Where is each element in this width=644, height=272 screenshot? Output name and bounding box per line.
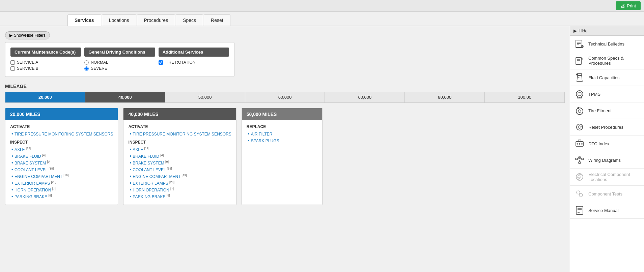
tab-services[interactable]: Services xyxy=(67,14,101,26)
checkbox-tire-rotation[interactable] xyxy=(159,60,163,65)
print-button[interactable]: 🖨 Print xyxy=(616,1,641,10)
svg-point-25 xyxy=(581,143,583,145)
filters-panel: Current Maintenance Code(s) SERVICE A SE… xyxy=(5,42,234,77)
link-exterior-lamps-20000[interactable]: EXTERIOR LAMPS [20] xyxy=(15,180,56,186)
link-coolant-20000[interactable]: COOLANT LEVEL [18] xyxy=(15,167,54,172)
filter-header-maintenance[interactable]: Current Maintenance Code(s) xyxy=(10,48,81,57)
card-header-20000: 20,000 MILES xyxy=(5,108,118,120)
manual-icon xyxy=(574,206,585,215)
svg-point-23 xyxy=(577,143,578,145)
sidebar-item-service-manual[interactable]: Service Manual xyxy=(570,202,644,219)
main-content: ▶ Show/Hide Filters Current Maintenance … xyxy=(0,26,570,272)
card-20000: 20,000 MILES ACTIVATE • TIRE PRESSURE MO… xyxy=(5,108,118,205)
sidebar-item-tire-fitment[interactable]: Tire Fitment xyxy=(570,102,644,119)
svg-rect-31 xyxy=(579,162,581,163)
svg-point-21 xyxy=(578,126,581,128)
card-body-20000: ACTIVATE • TIRE PRESSURE MONITORING SYST… xyxy=(5,120,118,205)
sidebar-item-reset-procedures[interactable]: Reset Procedures xyxy=(570,119,644,135)
bullet-icon: • xyxy=(130,174,131,179)
item-exterior-lamps-40000: • EXTERIOR LAMPS [20] xyxy=(128,180,231,186)
mileage-60000b[interactable]: 60,000 xyxy=(325,92,405,102)
link-air-filter-50000[interactable]: AIR FILTER xyxy=(251,132,273,137)
mileage-60000a[interactable]: 60,000 xyxy=(245,92,325,102)
sidebar-item-tpms[interactable]: TPMS xyxy=(570,86,644,102)
link-brake-fluid-40000[interactable]: BRAKE FLUID [4] xyxy=(133,153,164,159)
sidebar-label-technical-bulletins: Technical Bulletins xyxy=(588,41,624,47)
cards-area: 20,000 MILES ACTIVATE • TIRE PRESSURE MO… xyxy=(5,108,565,205)
filter-header-additional[interactable]: Additional Services xyxy=(159,48,229,57)
mileage-50000[interactable]: 50,000 xyxy=(165,92,245,102)
mileage-label: MILEAGE xyxy=(5,84,565,89)
sidebar-item-technical-bulletins[interactable]: TSB Technical Bulletins xyxy=(570,36,644,52)
bullet-icon: • xyxy=(130,194,131,199)
sidebar-item-dtc-index[interactable]: DTC Index xyxy=(570,135,644,152)
sidebar-label-dtc-index: DTC Index xyxy=(588,141,609,146)
link-brake-fluid-20000[interactable]: BRAKE FLUID [4] xyxy=(15,153,46,159)
filter-option-service-b: SERVICE B xyxy=(10,65,81,71)
link-tpms-sensors-40000[interactable]: TIRE PRESSURE MONITORING SYSTEM SENSORS xyxy=(133,132,231,137)
item-air-filter-50000: • AIR FILTER xyxy=(247,131,317,137)
item-exterior-lamps-20000: • EXTERIOR LAMPS [20] xyxy=(10,180,113,186)
link-engine-comp-40000[interactable]: ENGINE COMPARTMENT [19] xyxy=(133,174,187,179)
tab-locations[interactable]: Locations xyxy=(102,14,136,26)
mileage-40000[interactable]: 40,000 xyxy=(85,92,165,102)
svg-point-24 xyxy=(579,143,580,145)
fluid-icon xyxy=(574,73,585,82)
link-parking-brake-20000[interactable]: PARKING BRAKE [8] xyxy=(15,194,52,199)
filter-header-driving[interactable]: General Driving Conditions xyxy=(84,48,155,57)
item-engine-comp-20000: • ENGINE COMPARTMENT [19] xyxy=(10,174,113,179)
item-brake-system-40000: • BRAKE SYSTEM [9] xyxy=(128,160,231,165)
bullet-icon: • xyxy=(11,131,13,137)
bullet-icon: • xyxy=(130,131,131,137)
tab-procedures[interactable]: Procedures xyxy=(137,14,175,26)
section-title-activate-40000: ACTIVATE xyxy=(128,124,231,129)
filter-toggle-icon: ▶ xyxy=(9,33,12,38)
tab-specs[interactable]: Specs xyxy=(176,14,203,26)
link-axle-20000[interactable]: AXLE [17] xyxy=(15,147,31,152)
sidebar-label-component-tests: Component Tests xyxy=(588,191,622,197)
sidebar-label-tire-fitment: Tire Fitment xyxy=(588,108,612,113)
tab-reset[interactable]: Reset xyxy=(204,14,230,26)
link-engine-comp-20000[interactable]: ENGINE COMPARTMENT [19] xyxy=(15,174,68,179)
sidebar-item-common-specs[interactable]: Common Specs & Procedures xyxy=(570,52,644,69)
sidebar-item-fluid-capacities[interactable]: Fluid Capacities xyxy=(570,69,644,86)
link-exterior-lamps-40000[interactable]: EXTERIOR LAMPS [20] xyxy=(133,180,174,186)
item-axle-40000: • AXLE [17] xyxy=(128,147,231,152)
svg-marker-20 xyxy=(581,125,583,127)
link-horn-20000[interactable]: HORN OPERATION [7] xyxy=(15,187,56,192)
section-title-inspect-40000: INSPECT xyxy=(128,140,231,145)
bullet-icon: • xyxy=(11,167,13,172)
link-axle-40000[interactable]: AXLE [17] xyxy=(133,147,149,152)
sidebar-label-wiring-diagrams: Wiring Diagrams xyxy=(588,158,621,163)
filter-toggle-button[interactable]: ▶ Show/Hide Filters xyxy=(5,31,50,39)
mileage-20000[interactable]: 20,000 xyxy=(5,92,85,102)
link-brake-system-40000[interactable]: BRAKE SYSTEM [9] xyxy=(133,160,169,165)
link-horn-40000[interactable]: HORN OPERATION [7] xyxy=(133,187,174,192)
checkbox-service-a[interactable] xyxy=(10,60,15,65)
link-tpms-sensors-20000[interactable]: TIRE PRESSURE MONITORING SYSTEM SENSORS xyxy=(15,132,113,137)
svg-text:TSB: TSB xyxy=(582,46,585,48)
mileage-100000[interactable]: 100,00 xyxy=(485,92,564,102)
card-header-40000: 40,000 MILES xyxy=(123,108,236,120)
card-body-50000: REPLACE • AIR FILTER • SPARK PLUGS xyxy=(242,120,322,149)
sidebar-hide-button[interactable]: ▶ Hide xyxy=(570,26,644,36)
link-coolant-40000[interactable]: COOLANT LEVEL [18] xyxy=(133,167,172,172)
sidebar-item-wiring-diagrams[interactable]: Wiring Diagrams xyxy=(570,152,644,169)
radio-normal[interactable] xyxy=(84,60,89,65)
checkbox-service-b[interactable] xyxy=(10,66,15,71)
radio-severe[interactable] xyxy=(84,66,89,71)
link-brake-system-20000[interactable]: BRAKE SYSTEM [9] xyxy=(15,160,51,165)
svg-rect-28 xyxy=(576,158,578,160)
svg-rect-26 xyxy=(578,140,581,142)
bullet-icon: • xyxy=(11,180,13,186)
filter-group-maintenance: Current Maintenance Code(s) SERVICE A SE… xyxy=(10,48,81,71)
mileage-80000[interactable]: 80,000 xyxy=(405,92,485,102)
link-parking-brake-40000[interactable]: PARKING BRAKE [8] xyxy=(133,194,170,199)
filter-option-normal: NORMAL xyxy=(84,59,155,65)
sidebar-label-tpms: TPMS xyxy=(588,92,600,97)
item-tpms-20000: • TIRE PRESSURE MONITORING SYSTEM SENSOR… xyxy=(10,131,113,137)
sidebar-label-electrical: Electrical Component Locations xyxy=(588,172,640,182)
component-icon xyxy=(574,189,585,199)
bullet-icon: • xyxy=(11,194,13,199)
link-spark-plugs-50000[interactable]: SPARK PLUGS xyxy=(251,139,279,143)
